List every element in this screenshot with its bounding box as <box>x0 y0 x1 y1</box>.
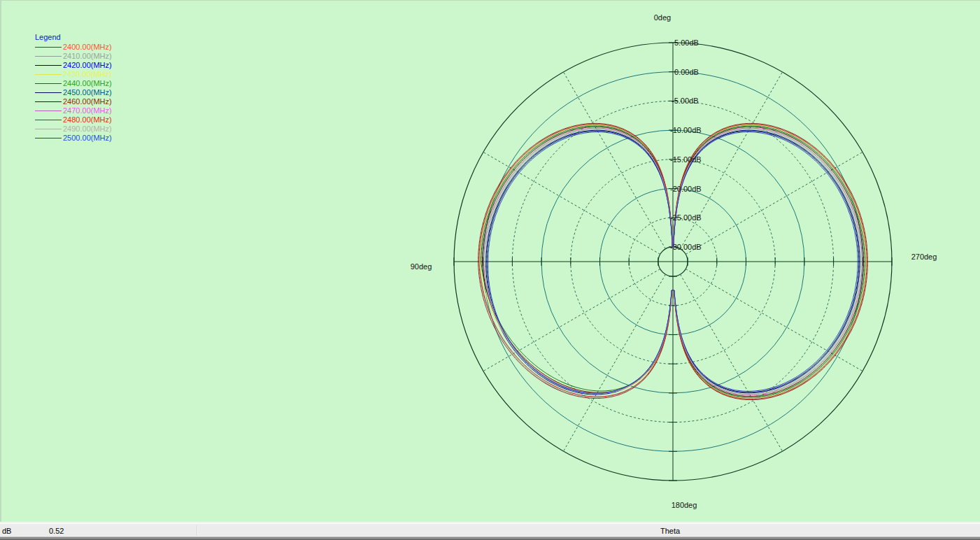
status-x-axis-label: Theta <box>660 527 680 535</box>
legend-item-label: 2460.00(MHz) <box>63 97 112 106</box>
legend-line-swatch <box>35 129 62 129</box>
pattern-viewer-window: 5.00dB 0.00dB -5.00dB -10.00dB -15.00dB … <box>0 0 980 540</box>
legend-item-label: 2450.00(MHz) <box>63 88 112 97</box>
r-tick-label: -20.00dB <box>670 185 702 193</box>
legend-item: 2420.00(MHz) <box>35 61 112 70</box>
status-bar-panel: dB 0.52 Theta <box>0 523 980 537</box>
legend-item: 2470.00(MHz) <box>35 106 112 115</box>
legend-item: 2480.00(MHz) <box>35 115 112 125</box>
legend-title: Legend <box>35 33 112 42</box>
legend-item: 2500.00(MHz) <box>35 134 112 143</box>
legend-item-label: 2500.00(MHz) <box>63 134 112 143</box>
r-tick-label: -30.00dB <box>670 243 702 251</box>
legend-item-label: 2430.00(MHz) <box>63 70 112 79</box>
legend-line-swatch <box>35 92 62 93</box>
legend-item: 2400.00(MHz) <box>35 43 112 52</box>
r-tick-label: -25.00dB <box>670 213 702 222</box>
polar-plot-area: 5.00dB 0.00dB -5.00dB -10.00dB -15.00dB … <box>0 0 980 526</box>
legend-line-swatch <box>35 65 62 66</box>
legend-item: 2440.00(MHz) <box>35 79 112 88</box>
angle-label-180deg: 180deg <box>672 501 697 509</box>
r-tick-label: -5.00dB <box>672 97 699 105</box>
angle-label-90deg: 90deg <box>411 262 432 271</box>
status-bar-separator <box>197 525 198 536</box>
legend-line-swatch <box>35 74 62 75</box>
legend-item: 2430.00(MHz) <box>35 70 112 79</box>
legend-line-swatch <box>35 56 62 57</box>
status-axis-unit-label: dB <box>2 527 11 535</box>
window-bottom-edge <box>0 537 980 540</box>
legend-line-swatch <box>35 111 62 111</box>
legend-line-swatch <box>35 120 62 120</box>
legend-line-swatch <box>35 101 62 102</box>
polar-plot-canvas: 5.00dB 0.00dB -5.00dB -10.00dB -15.00dB … <box>0 0 980 526</box>
legend-item-label: 2490.00(MHz) <box>63 125 112 134</box>
legend-item: 2490.00(MHz) <box>35 125 112 134</box>
legend: Legend 2400.00(MHz) 2410.00(MHz) 2420.00… <box>35 33 112 143</box>
legend-item-label: 2440.00(MHz) <box>63 79 112 88</box>
legend-item-label: 2480.00(MHz) <box>63 115 112 125</box>
legend-line-swatch <box>35 138 62 138</box>
legend-item-label: 2420.00(MHz) <box>63 61 112 70</box>
r-tick-label: -10.00dB <box>670 126 702 134</box>
legend-item-label: 2400.00(MHz) <box>63 43 112 52</box>
legend-line-swatch <box>35 83 62 84</box>
legend-item: 2410.00(MHz) <box>35 52 112 61</box>
angle-label-0deg: 0deg <box>654 13 671 22</box>
legend-item: 2460.00(MHz) <box>35 97 112 106</box>
r-tick-label: 0.00dB <box>674 68 699 76</box>
legend-item-label: 2470.00(MHz) <box>63 106 112 115</box>
status-axis-value: 0.52 <box>49 527 64 535</box>
legend-item-label: 2410.00(MHz) <box>63 52 112 61</box>
legend-line-swatch <box>35 47 62 48</box>
status-bar: dB 0.52 Theta <box>0 522 980 540</box>
r-tick-label: 5.00dB <box>674 38 699 47</box>
r-tick-label: -15.00dB <box>670 155 702 164</box>
angle-label-270deg: 270deg <box>911 253 937 261</box>
legend-item: 2450.00(MHz) <box>35 88 112 97</box>
radial-axis-labels: 5.00dB 0.00dB -5.00dB -10.00dB -15.00dB … <box>670 38 702 251</box>
polar-grid <box>454 43 892 481</box>
